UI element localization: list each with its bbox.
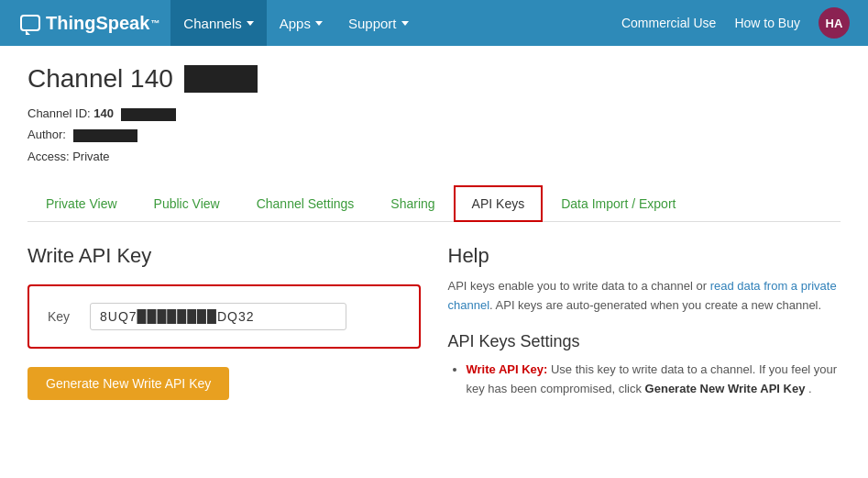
help-list-item-write: Write API Key: Use this key to write dat… xyxy=(467,361,841,399)
tab-channel-settings[interactable]: Channel Settings xyxy=(238,185,373,222)
help-settings-title: API Keys Settings xyxy=(448,332,841,351)
navbar: ThingSpeak™ Channels Apps Support Commer… xyxy=(0,0,868,46)
nav-support[interactable]: Support xyxy=(335,0,422,46)
channel-id-redacted xyxy=(121,108,176,121)
channel-author-row: Author: xyxy=(27,124,841,145)
tab-public-view[interactable]: Public View xyxy=(136,185,238,222)
channels-caret-icon xyxy=(247,21,254,26)
api-key-input[interactable] xyxy=(90,303,346,330)
user-avatar[interactable]: HA xyxy=(819,7,850,39)
channel-access-row: Access: Private xyxy=(27,146,841,167)
channel-title: Channel 140 xyxy=(27,64,173,94)
key-label: Key xyxy=(48,309,75,324)
page-content: Channel 140 Channel ID: 140 Author: Acce… xyxy=(0,46,868,422)
help-intro: API keys enable you to write data to a c… xyxy=(448,277,841,316)
commercial-use-link[interactable]: Commercial Use xyxy=(621,16,716,30)
tab-data-import-export[interactable]: Data Import / Export xyxy=(543,185,694,222)
help-title: Help xyxy=(448,244,841,268)
logo-icon xyxy=(20,15,40,31)
generate-key-button[interactable]: Generate New Write API Key xyxy=(27,367,229,400)
help-generate-reference: Generate New Write API Key xyxy=(645,382,806,395)
write-api-title: Write API Key xyxy=(27,244,421,268)
channel-header: Channel 140 xyxy=(27,64,841,94)
main-grid: Write API Key Key Generate New Write API… xyxy=(27,244,841,404)
help-list: Write API Key: Use this key to write dat… xyxy=(448,361,841,399)
channel-meta: Channel ID: 140 Author: Access: Private xyxy=(27,103,841,167)
nav-channels[interactable]: Channels xyxy=(170,0,266,46)
write-api-section: Write API Key Key Generate New Write API… xyxy=(27,244,421,404)
brand-logo[interactable]: ThingSpeak™ xyxy=(9,0,170,46)
nav-apps[interactable]: Apps xyxy=(267,0,335,46)
tab-api-keys[interactable]: API Keys xyxy=(454,185,544,222)
brand-tm: ™ xyxy=(150,18,159,28)
brand-name: ThingSpeak xyxy=(46,13,149,34)
help-read-link[interactable]: read data from a private channel xyxy=(448,279,837,312)
tab-private-view[interactable]: Private View xyxy=(27,185,136,222)
help-section: Help API keys enable you to write data t… xyxy=(448,244,841,404)
nav-right: Commercial Use How to Buy HA xyxy=(621,0,859,46)
nav-left: Channels Apps Support xyxy=(170,0,421,46)
channel-id-row: Channel ID: 140 xyxy=(27,103,841,124)
support-caret-icon xyxy=(401,21,409,26)
tab-sharing[interactable]: Sharing xyxy=(372,185,453,222)
channel-title-redacted xyxy=(184,65,258,93)
key-card: Key xyxy=(27,284,421,349)
help-write-key-label: Write API Key: xyxy=(467,362,548,376)
how-to-buy-link[interactable]: How to Buy xyxy=(734,16,800,30)
author-redacted xyxy=(73,129,137,142)
apps-caret-icon xyxy=(315,21,323,26)
tabs: Private View Public View Channel Setting… xyxy=(27,185,841,222)
help-write-text2: . xyxy=(808,382,812,395)
